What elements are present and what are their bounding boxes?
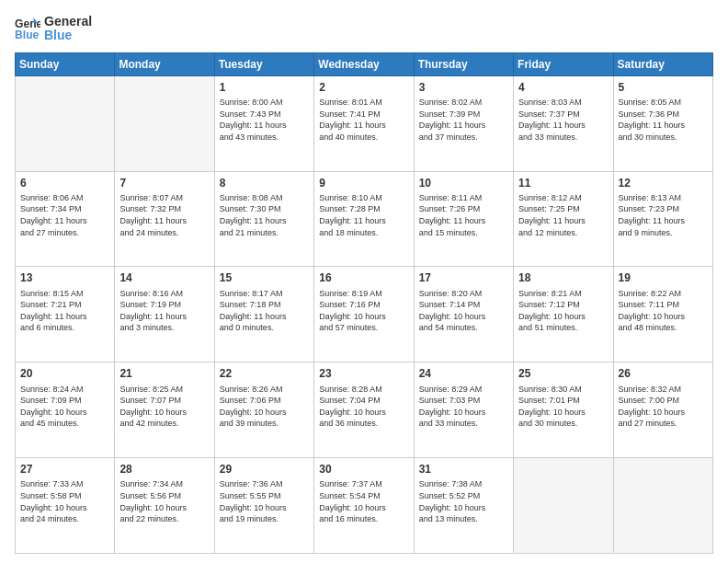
calendar-cell: 1Sunrise: 8:00 AM Sunset: 7:43 PM Daylig… xyxy=(214,75,313,171)
calendar-cell: 19Sunrise: 8:22 AM Sunset: 7:11 PM Dayli… xyxy=(613,267,712,362)
day-number: 3 xyxy=(419,80,508,95)
day-number: 4 xyxy=(518,80,608,95)
day-number: 15 xyxy=(220,270,309,285)
calendar-cell: 11Sunrise: 8:12 AM Sunset: 7:25 PM Dayli… xyxy=(514,171,613,267)
calendar-cell: 9Sunrise: 8:10 AM Sunset: 7:28 PM Daylig… xyxy=(314,171,414,267)
cell-info: Sunrise: 8:24 AM Sunset: 7:09 PM Dayligh… xyxy=(20,384,109,430)
cell-info: Sunrise: 7:34 AM Sunset: 5:56 PM Dayligh… xyxy=(119,478,209,524)
weekday-header-wednesday: Wednesday xyxy=(314,52,414,75)
weekday-header-monday: Monday xyxy=(115,52,214,75)
calendar-cell xyxy=(115,75,214,171)
calendar-cell: 15Sunrise: 8:17 AM Sunset: 7:18 PM Dayli… xyxy=(214,267,313,362)
cell-info: Sunrise: 8:01 AM Sunset: 7:41 PM Dayligh… xyxy=(319,97,408,143)
cell-info: Sunrise: 8:29 AM Sunset: 7:03 PM Dayligh… xyxy=(419,384,508,430)
calendar-cell: 14Sunrise: 8:16 AM Sunset: 7:19 PM Dayli… xyxy=(115,267,214,362)
calendar-cell: 28Sunrise: 7:34 AM Sunset: 5:56 PM Dayli… xyxy=(115,458,214,554)
day-number: 19 xyxy=(619,270,708,285)
calendar-cell: 25Sunrise: 8:30 AM Sunset: 7:01 PM Dayli… xyxy=(514,362,613,458)
weekday-header-friday: Friday xyxy=(514,52,613,75)
cell-info: Sunrise: 7:33 AM Sunset: 5:58 PM Dayligh… xyxy=(20,478,109,524)
day-number: 16 xyxy=(319,270,408,285)
calendar-cell: 5Sunrise: 8:05 AM Sunset: 7:36 PM Daylig… xyxy=(613,75,712,171)
weekday-header-thursday: Thursday xyxy=(414,52,513,75)
calendar-cell xyxy=(514,458,613,554)
cell-info: Sunrise: 8:00 AM Sunset: 7:43 PM Dayligh… xyxy=(220,97,309,143)
weekday-header-row: SundayMondayTuesdayWednesdayThursdayFrid… xyxy=(16,52,713,75)
week-row-0: 1Sunrise: 8:00 AM Sunset: 7:43 PM Daylig… xyxy=(16,75,713,171)
calendar-cell: 18Sunrise: 8:21 AM Sunset: 7:12 PM Dayli… xyxy=(514,267,613,362)
day-number: 26 xyxy=(619,366,708,381)
svg-text:Blue: Blue xyxy=(15,29,40,42)
cell-info: Sunrise: 8:21 AM Sunset: 7:12 PM Dayligh… xyxy=(518,288,608,334)
header: General Blue General Blue xyxy=(15,15,713,43)
logo-icon: General Blue xyxy=(15,16,40,41)
calendar-cell: 13Sunrise: 8:15 AM Sunset: 7:21 PM Dayli… xyxy=(16,267,115,362)
cell-info: Sunrise: 8:07 AM Sunset: 7:32 PM Dayligh… xyxy=(119,192,209,238)
day-number: 20 xyxy=(20,366,109,381)
day-number: 13 xyxy=(20,270,109,285)
cell-info: Sunrise: 8:19 AM Sunset: 7:16 PM Dayligh… xyxy=(319,288,408,334)
cell-info: Sunrise: 8:08 AM Sunset: 7:30 PM Dayligh… xyxy=(220,192,309,238)
cell-info: Sunrise: 7:38 AM Sunset: 5:52 PM Dayligh… xyxy=(419,478,508,524)
weekday-header-sunday: Sunday xyxy=(16,52,115,75)
calendar-cell: 23Sunrise: 8:28 AM Sunset: 7:04 PM Dayli… xyxy=(314,362,414,458)
day-number: 31 xyxy=(419,462,508,477)
day-number: 27 xyxy=(20,462,109,477)
cell-info: Sunrise: 8:20 AM Sunset: 7:14 PM Dayligh… xyxy=(419,288,508,334)
cell-info: Sunrise: 8:13 AM Sunset: 7:23 PM Dayligh… xyxy=(619,192,708,238)
cell-info: Sunrise: 8:22 AM Sunset: 7:11 PM Dayligh… xyxy=(619,288,708,334)
logo-line2: Blue xyxy=(44,29,92,42)
week-row-4: 27Sunrise: 7:33 AM Sunset: 5:58 PM Dayli… xyxy=(16,458,713,554)
cell-info: Sunrise: 7:37 AM Sunset: 5:54 PM Dayligh… xyxy=(319,478,408,524)
cell-info: Sunrise: 8:26 AM Sunset: 7:06 PM Dayligh… xyxy=(220,384,309,430)
cell-info: Sunrise: 8:05 AM Sunset: 7:36 PM Dayligh… xyxy=(619,97,708,143)
day-number: 11 xyxy=(518,176,608,190)
day-number: 5 xyxy=(619,80,708,95)
day-number: 8 xyxy=(220,176,309,190)
day-number: 10 xyxy=(419,176,508,190)
week-row-3: 20Sunrise: 8:24 AM Sunset: 7:09 PM Dayli… xyxy=(16,362,713,458)
calendar-cell: 17Sunrise: 8:20 AM Sunset: 7:14 PM Dayli… xyxy=(414,267,513,362)
calendar-cell: 7Sunrise: 8:07 AM Sunset: 7:32 PM Daylig… xyxy=(115,171,214,267)
day-number: 6 xyxy=(20,176,109,190)
calendar-cell: 3Sunrise: 8:02 AM Sunset: 7:39 PM Daylig… xyxy=(414,75,513,171)
calendar-cell: 20Sunrise: 8:24 AM Sunset: 7:09 PM Dayli… xyxy=(16,362,115,458)
calendar-cell: 16Sunrise: 8:19 AM Sunset: 7:16 PM Dayli… xyxy=(314,267,414,362)
calendar-cell: 29Sunrise: 7:36 AM Sunset: 5:55 PM Dayli… xyxy=(214,458,313,554)
calendar-cell: 26Sunrise: 8:32 AM Sunset: 7:00 PM Dayli… xyxy=(613,362,712,458)
day-number: 30 xyxy=(319,462,408,477)
day-number: 1 xyxy=(220,80,309,95)
day-number: 2 xyxy=(319,80,408,95)
day-number: 18 xyxy=(518,270,608,285)
week-row-1: 6Sunrise: 8:06 AM Sunset: 7:34 PM Daylig… xyxy=(16,171,713,267)
calendar-cell: 30Sunrise: 7:37 AM Sunset: 5:54 PM Dayli… xyxy=(314,458,414,554)
calendar-cell: 27Sunrise: 7:33 AM Sunset: 5:58 PM Dayli… xyxy=(16,458,115,554)
cell-info: Sunrise: 8:11 AM Sunset: 7:26 PM Dayligh… xyxy=(419,192,508,238)
weekday-header-tuesday: Tuesday xyxy=(214,52,313,75)
calendar-cell: 8Sunrise: 8:08 AM Sunset: 7:30 PM Daylig… xyxy=(214,171,313,267)
day-number: 23 xyxy=(319,366,408,381)
logo: General Blue General Blue xyxy=(15,15,92,43)
cell-info: Sunrise: 8:17 AM Sunset: 7:18 PM Dayligh… xyxy=(220,288,309,334)
calendar-cell: 24Sunrise: 8:29 AM Sunset: 7:03 PM Dayli… xyxy=(414,362,513,458)
day-number: 28 xyxy=(119,462,209,477)
cell-info: Sunrise: 8:06 AM Sunset: 7:34 PM Dayligh… xyxy=(20,192,109,238)
week-row-2: 13Sunrise: 8:15 AM Sunset: 7:21 PM Dayli… xyxy=(16,267,713,362)
calendar-cell: 21Sunrise: 8:25 AM Sunset: 7:07 PM Dayli… xyxy=(115,362,214,458)
logo-line1: General xyxy=(44,15,92,29)
day-number: 9 xyxy=(319,176,408,190)
cell-info: Sunrise: 8:16 AM Sunset: 7:19 PM Dayligh… xyxy=(119,288,209,334)
day-number: 22 xyxy=(220,366,309,381)
cell-info: Sunrise: 8:12 AM Sunset: 7:25 PM Dayligh… xyxy=(518,192,608,238)
calendar-cell: 10Sunrise: 8:11 AM Sunset: 7:26 PM Dayli… xyxy=(414,171,513,267)
calendar-cell: 31Sunrise: 7:38 AM Sunset: 5:52 PM Dayli… xyxy=(414,458,513,554)
day-number: 17 xyxy=(419,270,508,285)
day-number: 29 xyxy=(220,462,309,477)
cell-info: Sunrise: 8:02 AM Sunset: 7:39 PM Dayligh… xyxy=(419,97,508,143)
day-number: 14 xyxy=(119,270,209,285)
cell-info: Sunrise: 8:30 AM Sunset: 7:01 PM Dayligh… xyxy=(518,384,608,430)
day-number: 21 xyxy=(119,366,209,381)
calendar-cell: 6Sunrise: 8:06 AM Sunset: 7:34 PM Daylig… xyxy=(16,171,115,267)
day-number: 12 xyxy=(619,176,708,190)
cell-info: Sunrise: 7:36 AM Sunset: 5:55 PM Dayligh… xyxy=(220,478,309,524)
